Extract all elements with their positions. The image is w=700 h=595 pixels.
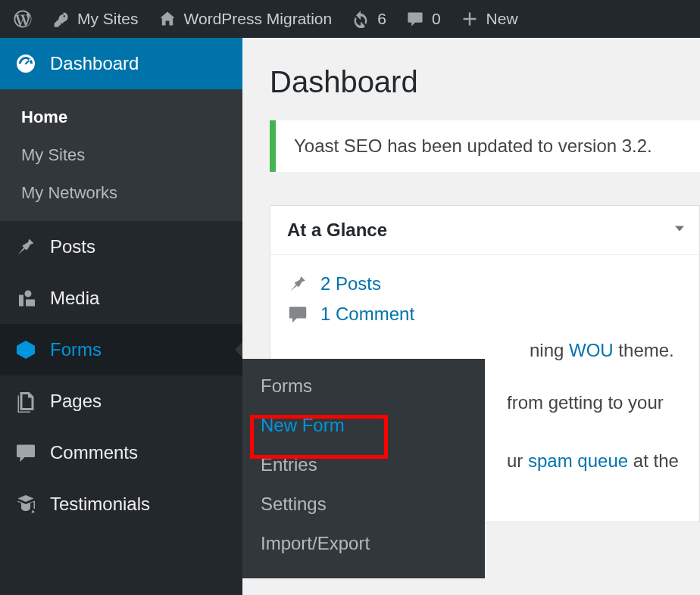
updates-icon xyxy=(352,10,370,28)
sidebar-item-label: Comments xyxy=(50,442,138,463)
box-title: At a Glance xyxy=(287,220,387,240)
theme-line: ning WOU theme. xyxy=(287,340,683,361)
new-label: New xyxy=(486,10,518,28)
glance-posts-row: 2 Posts xyxy=(287,273,683,294)
sidebar-item-posts[interactable]: Posts xyxy=(0,221,242,273)
box-toggle-icon[interactable] xyxy=(670,220,692,241)
page-title: Dashboard xyxy=(270,65,700,99)
flyout-item-forms[interactable]: Forms xyxy=(242,366,485,406)
submenu-item-my-networks[interactable]: My Networks xyxy=(0,174,242,212)
comment-icon xyxy=(14,441,38,465)
comments-menu[interactable]: 0 xyxy=(400,0,447,38)
key-icon xyxy=(52,10,70,28)
sidebar-item-media[interactable]: Media xyxy=(0,273,242,324)
dashboard-submenu: Home My Sites My Networks xyxy=(0,89,242,221)
forms-flyout-submenu: Forms New Form Entries Settings Import/E… xyxy=(242,359,485,578)
sidebar-item-pages[interactable]: Pages xyxy=(0,375,242,427)
submenu-item-home[interactable]: Home xyxy=(0,98,242,136)
sidebar-item-label: Forms xyxy=(50,339,102,360)
sidebar-item-label: Media xyxy=(50,288,99,309)
wp-logo-menu[interactable] xyxy=(8,0,38,38)
dashboard-icon xyxy=(14,51,38,76)
flyout-item-settings[interactable]: Settings xyxy=(242,484,485,524)
site-title: WordPress Migration xyxy=(184,10,333,28)
site-name-menu[interactable]: WordPress Migration xyxy=(152,0,339,38)
my-sites-menu[interactable]: My Sites xyxy=(45,0,145,38)
pages-icon xyxy=(14,389,38,413)
testimonials-icon xyxy=(14,492,38,516)
admin-sidebar: Dashboard Home My Sites My Networks Post… xyxy=(0,38,242,595)
media-icon xyxy=(14,286,38,310)
flyout-item-import-export[interactable]: Import/Export xyxy=(242,524,485,563)
theme-text-suffix: theme. xyxy=(614,340,674,360)
comment-icon xyxy=(406,10,424,28)
comment-icon xyxy=(287,304,308,325)
pin-icon xyxy=(287,273,308,294)
updates-count: 6 xyxy=(377,10,386,28)
spam-text-2a: ur xyxy=(507,450,528,471)
sidebar-item-forms[interactable]: Forms xyxy=(0,324,242,375)
spam-queue-link[interactable]: spam queue xyxy=(528,450,628,471)
sidebar-item-label: Testimonials xyxy=(50,494,150,515)
sidebar-item-label: Pages xyxy=(50,391,102,412)
sidebar-item-dashboard[interactable]: Dashboard xyxy=(0,38,242,89)
comments-link[interactable]: 1 Comment xyxy=(320,304,414,325)
sidebar-item-label: Posts xyxy=(50,236,95,257)
sidebar-item-testimonials[interactable]: Testimonials xyxy=(0,478,242,530)
updates-menu[interactable]: 6 xyxy=(345,0,392,38)
plus-icon xyxy=(461,10,479,28)
theme-text-prefix: ning xyxy=(530,340,569,360)
update-notice: Yoast SEO has been updated to version 3.… xyxy=(270,120,700,172)
submenu-item-my-sites[interactable]: My Sites xyxy=(0,136,242,174)
sidebar-item-comments[interactable]: Comments xyxy=(0,427,242,478)
new-content-menu[interactable]: New xyxy=(455,0,524,38)
theme-link[interactable]: WOU xyxy=(569,340,614,360)
flyout-item-new-form[interactable]: New Form xyxy=(242,406,485,445)
forms-icon xyxy=(14,338,38,362)
admin-toolbar: My Sites WordPress Migration 6 0 New xyxy=(0,0,700,38)
glance-comments-row: 1 Comment xyxy=(287,304,683,325)
box-header[interactable]: At a Glance xyxy=(270,206,699,255)
flyout-item-entries[interactable]: Entries xyxy=(242,445,485,484)
notice-text: Yoast SEO has been updated to version 3.… xyxy=(294,136,652,156)
home-icon xyxy=(158,10,177,28)
pin-icon xyxy=(14,235,38,259)
my-sites-label: My Sites xyxy=(77,10,139,28)
wordpress-icon xyxy=(14,10,32,28)
comments-count: 0 xyxy=(432,10,441,28)
sidebar-item-label: Dashboard xyxy=(50,53,139,74)
posts-link[interactable]: 2 Posts xyxy=(320,273,381,294)
